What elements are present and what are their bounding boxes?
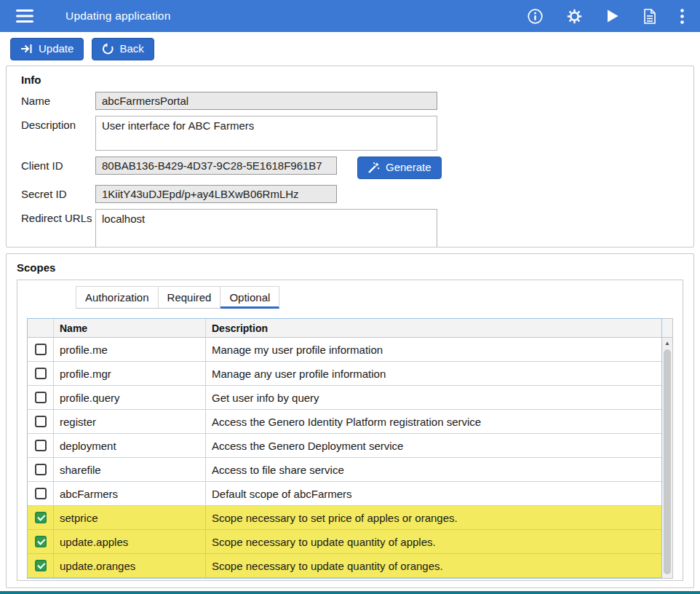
description-column-header: Description — [206, 319, 661, 337]
tab-required[interactable]: Required — [159, 286, 221, 309]
table-row: update.applesScope necessary to update q… — [28, 530, 661, 554]
scope-checkbox[interactable] — [35, 536, 47, 547]
checkbox-cell — [28, 482, 54, 505]
wand-icon — [367, 162, 380, 174]
scope-description: Access the Genero Identity Platform regi… — [206, 410, 661, 433]
checkbox-cell — [28, 434, 54, 457]
scopes-tabs: AuthorizationRequiredOptional — [76, 286, 673, 309]
info-section: Info Name Description User interface for… — [6, 66, 694, 248]
scope-checkbox[interactable] — [35, 368, 47, 379]
table-row: sharefileAccess to file share service — [28, 458, 661, 482]
info-icon[interactable] — [528, 9, 543, 24]
client-id-row: Client ID Generate — [21, 157, 679, 179]
table-row: profile.meManage my user profile informa… — [28, 338, 661, 362]
app-header: Updating application — [0, 0, 700, 32]
redirect-urls-label: Redirect URLs — [21, 209, 95, 224]
name-row: Name — [21, 92, 679, 110]
scrollbar-header-stub — [662, 319, 672, 338]
generate-button-label: Generate — [386, 161, 431, 174]
page-title: Updating application — [65, 9, 170, 23]
client-id-field[interactable] — [95, 157, 337, 175]
redirect-urls-field[interactable]: localhost — [95, 209, 437, 248]
scopes-table-body: profile.meManage my user profile informa… — [28, 338, 661, 578]
scope-checkbox[interactable] — [35, 488, 47, 499]
checkbox-column-header — [28, 319, 54, 337]
checkbox-cell — [28, 362, 54, 385]
scope-description: Manage my user profile information — [206, 338, 661, 361]
table-row: registerAccess the Genero Identity Platf… — [28, 410, 661, 434]
scope-checkbox[interactable] — [35, 344, 47, 355]
checkbox-cell — [28, 554, 54, 577]
tab-optional[interactable]: Optional — [220, 286, 279, 309]
description-row: Description User interface for ABC Farme… — [21, 116, 679, 151]
menu-icon[interactable] — [16, 9, 33, 23]
scope-description: Access the Genero Deployment service — [206, 434, 661, 457]
scope-name: register — [54, 410, 206, 433]
scope-description: Get user info by query — [206, 386, 661, 409]
scrollbar-track[interactable] — [662, 349, 672, 578]
scope-checkbox[interactable] — [35, 464, 47, 475]
secret-id-row: Secret ID — [21, 185, 679, 203]
app-window: Updating application Update — [0, 0, 700, 588]
run-icon[interactable] — [606, 9, 619, 23]
scope-name: profile.query — [54, 386, 206, 409]
description-field[interactable]: User interface for ABC Farmers — [95, 116, 437, 151]
scope-name: update.oranges — [54, 554, 206, 577]
scope-checkbox[interactable] — [35, 416, 47, 427]
table-row: profile.mgrManage any user profile infor… — [28, 362, 661, 386]
name-field[interactable] — [95, 92, 437, 110]
report-icon[interactable] — [643, 9, 656, 24]
scope-checkbox[interactable] — [35, 440, 47, 451]
scope-checkbox[interactable] — [35, 392, 47, 403]
back-icon — [102, 43, 114, 55]
settings-icon[interactable] — [567, 9, 582, 24]
scope-name: deployment — [54, 434, 206, 457]
back-button[interactable]: Back — [92, 38, 154, 60]
table-row: profile.queryGet user info by query — [28, 386, 661, 410]
table-row: abcFarmersDefault scope of abcFarmers — [28, 482, 661, 506]
client-id-label: Client ID — [21, 157, 95, 172]
update-icon — [20, 43, 33, 55]
scope-name: sharefile — [54, 458, 206, 481]
scopes-table: Name Description profile.meManage my use… — [27, 318, 673, 579]
scope-name: profile.me — [54, 338, 206, 361]
back-button-label: Back — [119, 42, 143, 55]
window-bottom-border — [0, 591, 700, 594]
scope-description: Manage any user profile information — [206, 362, 661, 385]
info-section-title: Info — [21, 74, 679, 86]
table-row: deploymentAccess the Genero Deployment s… — [28, 434, 661, 458]
scope-checkbox[interactable] — [35, 560, 47, 571]
scope-name: profile.mgr — [54, 362, 206, 385]
update-button-label: Update — [39, 42, 73, 55]
scroll-up-icon[interactable]: ▲ — [662, 338, 672, 349]
table-row: setpriceScope necessary to set price of … — [28, 506, 661, 530]
checkbox-cell — [28, 410, 54, 433]
scrollbar-thumb[interactable] — [664, 349, 671, 574]
table-row: update.orangesScope necessary to update … — [28, 554, 661, 578]
checkbox-cell — [28, 530, 54, 553]
kebab-menu-icon[interactable] — [680, 9, 684, 24]
update-button[interactable]: Update — [10, 38, 84, 60]
table-scrollbar[interactable]: ▲ — [662, 318, 673, 579]
name-column-header: Name — [54, 319, 206, 337]
scope-checkbox[interactable] — [35, 512, 47, 523]
scope-description: Scope necessary to update quantity of or… — [206, 554, 661, 577]
tab-authorization[interactable]: Authorization — [76, 286, 159, 309]
secret-id-field[interactable] — [95, 185, 337, 203]
generate-button[interactable]: Generate — [357, 157, 442, 179]
scope-description: Access to file share service — [206, 458, 661, 481]
scope-description: Scope necessary to set price of apples o… — [206, 506, 661, 529]
scopes-section-title: Scopes — [17, 261, 683, 274]
table-header: Name Description — [28, 319, 661, 338]
name-label: Name — [21, 92, 95, 107]
scopes-section: Scopes AuthorizationRequiredOptional Nam… — [6, 253, 694, 588]
description-label: Description — [21, 116, 95, 131]
checkbox-cell — [28, 506, 54, 529]
scope-name: abcFarmers — [54, 482, 206, 505]
scope-description: Default scope of abcFarmers — [206, 482, 661, 505]
checkbox-cell — [28, 338, 54, 361]
checkbox-cell — [28, 458, 54, 481]
scope-name: setprice — [54, 506, 206, 529]
scopes-table-main: Name Description profile.meManage my use… — [27, 318, 662, 579]
scope-description: Scope necessary to update quantity of ap… — [206, 530, 661, 553]
